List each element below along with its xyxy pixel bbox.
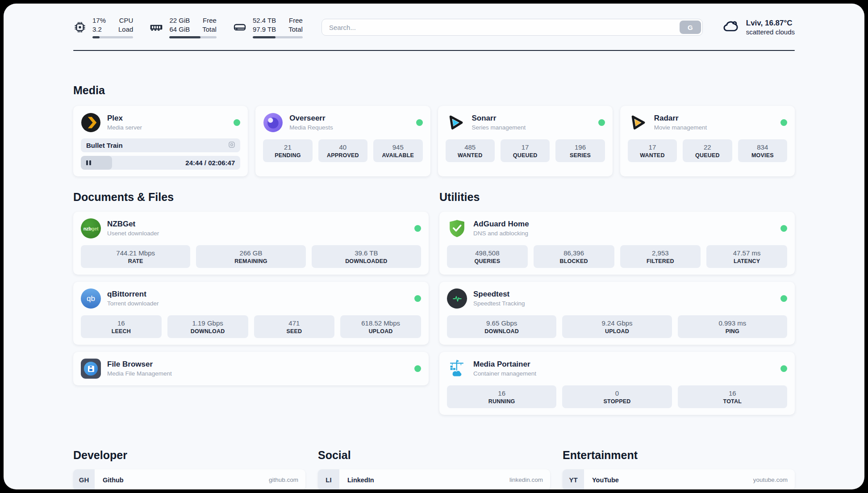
bookmark-domain: youtube.com bbox=[753, 476, 788, 483]
overseerr-subtitle: Media Requests bbox=[289, 124, 333, 131]
sonarr-subtitle: Series management bbox=[472, 124, 526, 131]
bookmarks-entertainment: Entertainment YT YouTube youtube.com NF … bbox=[563, 449, 795, 489]
cpu-progress-bar bbox=[92, 36, 133, 38]
disk-widget: 52.4 TB Free 97.9 TB Total bbox=[233, 16, 303, 38]
speedtest-app-link[interactable]: Speedtest Speedtest Tracking bbox=[447, 288, 787, 309]
nzbget-card: nzbget NZBGet Usenet downloader 744.21 M… bbox=[73, 212, 429, 275]
bookmark-abbr: LI bbox=[318, 469, 339, 489]
nzbget-title: NZBGet bbox=[107, 220, 159, 229]
cpu-widget: 17% CPU 3.2 Load bbox=[73, 16, 133, 38]
plex-subtitle: Media server bbox=[107, 124, 142, 131]
search-input[interactable] bbox=[321, 19, 703, 36]
stat-queries: 498,508 QUERIES bbox=[447, 245, 528, 268]
bookmark-name: YouTube bbox=[592, 476, 619, 484]
nzbget-icon: nzbget bbox=[81, 218, 101, 238]
memory-progress-bar bbox=[169, 36, 217, 38]
topbar-divider bbox=[73, 50, 795, 51]
stat-upload: 9.24 Gbps UPLOAD bbox=[562, 315, 672, 338]
radarr-title: Radarr bbox=[654, 114, 707, 123]
sonarr-app-link[interactable]: Sonarr Series management bbox=[446, 113, 605, 133]
overseerr-app-link[interactable]: Overseerr Media Requests bbox=[263, 113, 422, 133]
bookmark-youtube[interactable]: YT YouTube youtube.com bbox=[563, 469, 795, 489]
weather-widget: Lviv, 16.87°C scattered clouds bbox=[722, 17, 795, 38]
filebrowser-subtitle: Media File Management bbox=[107, 370, 172, 377]
bookmark-name: Github bbox=[103, 476, 124, 484]
adguard-subtitle: DNS and adblocking bbox=[473, 230, 529, 237]
qbittorrent-title: qBittorrent bbox=[107, 290, 159, 299]
weather-location-temp: Lviv, 16.87°C bbox=[746, 19, 795, 28]
cloud-icon bbox=[722, 17, 740, 38]
section-heading-developer: Developer bbox=[73, 449, 305, 462]
bookmark-github[interactable]: GH Github github.com bbox=[73, 469, 305, 489]
stat-approved: 40 APPROVED bbox=[318, 139, 367, 162]
section-heading-social: Social bbox=[318, 449, 550, 462]
sonarr-status-dot bbox=[598, 119, 605, 126]
stat-movies: 834 MOVIES bbox=[738, 139, 787, 162]
speedtest-card: Speedtest Speedtest Tracking 9.65 Gbps D… bbox=[439, 282, 795, 345]
memory-icon bbox=[149, 20, 163, 34]
stat-total: 16 TOTAL bbox=[678, 385, 787, 408]
adguard-shield-icon bbox=[447, 218, 467, 238]
stat-pending: 21 PENDING bbox=[263, 139, 312, 162]
stat-download: 1.19 Gbps DOWNLOAD bbox=[167, 315, 248, 338]
overseerr-title: Overseerr bbox=[289, 114, 333, 123]
utilities-section: Utilities bbox=[439, 191, 795, 422]
section-heading-utilities: Utilities bbox=[439, 191, 795, 204]
filebrowser-status-dot bbox=[414, 365, 421, 372]
stat-blocked: 86,396 BLOCKED bbox=[534, 245, 614, 268]
qbittorrent-icon: qb bbox=[81, 288, 101, 309]
qbittorrent-card: qb qBittorrent Torrent downloader 16 LEE… bbox=[73, 282, 429, 345]
top-bar: 17% CPU 3.2 Load bbox=[73, 16, 795, 38]
search-provider-button[interactable]: G bbox=[680, 21, 701, 34]
stat-latency: 47.57 ms LATENCY bbox=[706, 245, 787, 268]
stat-filtered: 2,953 FILTERED bbox=[620, 245, 701, 268]
speedtest-pulse-icon bbox=[447, 288, 467, 309]
radarr-app-link[interactable]: Radarr Movie management bbox=[628, 113, 787, 133]
radarr-icon bbox=[628, 113, 648, 133]
bookmark-abbr: GH bbox=[73, 469, 95, 489]
disk-total-label: Total bbox=[288, 25, 303, 34]
stat-rate: 744.21 Mbps RATE bbox=[81, 245, 190, 268]
stat-upload: 618.52 Mbps UPLOAD bbox=[340, 315, 421, 338]
plex-progress-bar: 24:44 / 02:06:47 bbox=[81, 156, 240, 170]
weather-condition: scattered clouds bbox=[746, 28, 795, 36]
resource-widgets: 17% CPU 3.2 Load bbox=[73, 16, 303, 38]
cpu-load-value: 3.2 bbox=[92, 25, 106, 34]
stat-remaining: 266 GB REMAINING bbox=[196, 245, 305, 268]
pause-icon bbox=[86, 160, 91, 165]
overseerr-status-dot bbox=[416, 119, 423, 126]
filebrowser-card: File Browser Media File Management bbox=[73, 352, 429, 385]
plex-title: Plex bbox=[107, 114, 142, 123]
filebrowser-app-link[interactable]: File Browser Media File Management bbox=[81, 359, 421, 379]
hard-disk-icon bbox=[233, 20, 247, 34]
search-bar: G bbox=[321, 19, 703, 36]
filebrowser-icon bbox=[81, 359, 101, 379]
radarr-card: Radarr Movie management 17 WANTED 22 QUE… bbox=[620, 106, 795, 176]
sonarr-icon bbox=[446, 113, 466, 133]
disk-progress-bar bbox=[253, 36, 303, 38]
speedtest-subtitle: Speedtest Tracking bbox=[473, 300, 525, 307]
plex-icon bbox=[81, 113, 101, 133]
stat-wanted: 485 WANTED bbox=[446, 139, 495, 162]
overseerr-card: Overseerr Media Requests 21 PENDING 40 A… bbox=[255, 106, 430, 176]
adguard-app-link[interactable]: AdGuard Home DNS and adblocking bbox=[447, 218, 787, 238]
nzbget-app-link[interactable]: nzbget NZBGet Usenet downloader bbox=[81, 218, 421, 238]
bookmark-domain: github.com bbox=[269, 476, 298, 483]
bookmark-linkedin[interactable]: LI LinkedIn linkedin.com bbox=[318, 469, 550, 489]
qbittorrent-subtitle: Torrent downloader bbox=[107, 300, 159, 307]
portainer-subtitle: Container management bbox=[473, 370, 536, 377]
disk-total-value: 97.9 TB bbox=[253, 25, 276, 34]
section-heading-media: Media bbox=[73, 84, 795, 97]
documents-section: Documents & Files nzbget NZBGet Usenet d… bbox=[73, 191, 429, 393]
bookmarks-developer: Developer GH Github github.com SO StackO… bbox=[73, 449, 305, 489]
disk-free-label: Free bbox=[288, 16, 303, 25]
portainer-crane-icon bbox=[447, 359, 467, 379]
stat-ping: 0.993 ms PING bbox=[678, 315, 787, 338]
qbittorrent-app-link[interactable]: qb qBittorrent Torrent downloader bbox=[81, 288, 421, 309]
plex-app-link[interactable]: Plex Media server bbox=[81, 113, 240, 133]
bookmarks-social: Social LI LinkedIn linkedin.com TW Twitt… bbox=[318, 449, 550, 489]
adguard-card: AdGuard Home DNS and adblocking 498,508 … bbox=[439, 212, 795, 275]
speedtest-title: Speedtest bbox=[473, 290, 525, 299]
stat-seed: 471 SEED bbox=[254, 315, 335, 338]
portainer-app-link[interactable]: Media Portainer Container management bbox=[447, 359, 787, 379]
